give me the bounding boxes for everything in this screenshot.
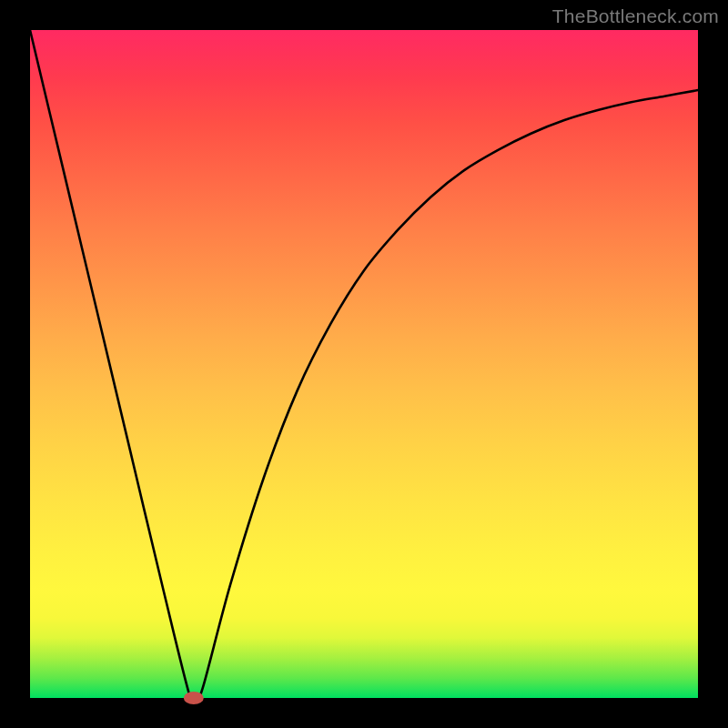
chart-svg xyxy=(30,30,698,698)
plot-area xyxy=(30,30,698,698)
min-point-marker xyxy=(184,692,204,704)
chart-frame: TheBottleneck.com xyxy=(0,0,728,728)
svg-point-0 xyxy=(184,692,204,704)
attribution-text: TheBottleneck.com xyxy=(552,5,719,27)
curve-line xyxy=(30,30,698,706)
